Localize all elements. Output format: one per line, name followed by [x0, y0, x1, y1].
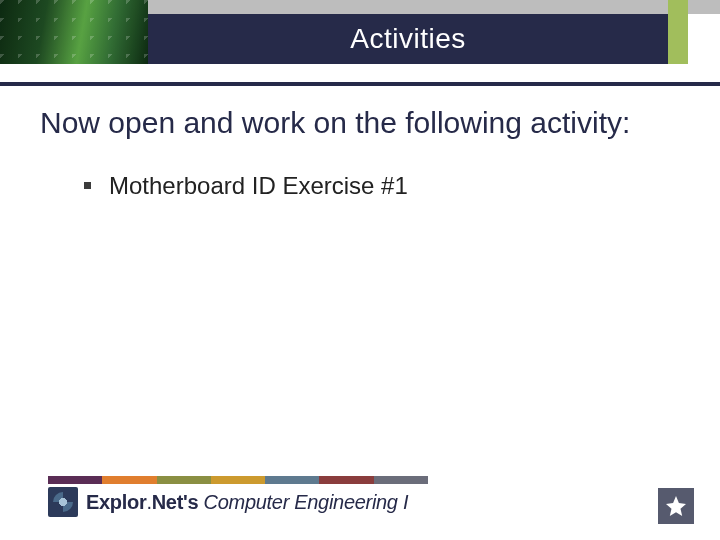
brand-net: Net's: [152, 491, 204, 513]
bullet-text: Motherboard ID Exercise #1: [109, 170, 408, 201]
header-decorative-image: [0, 0, 148, 64]
bullet-list: Motherboard ID Exercise #1: [40, 170, 680, 201]
bullet-icon: [84, 182, 91, 189]
brand-prefix: Explor: [86, 491, 146, 513]
slide-header: Activities: [0, 0, 720, 64]
slide-title: Activities: [350, 23, 465, 55]
slide-content: Now open and work on the following activ…: [40, 104, 680, 201]
brand-text: Explor.Net's Computer Engineering I: [86, 491, 408, 514]
header-right-fill: [688, 14, 720, 64]
star-icon: [664, 494, 688, 518]
list-item: Motherboard ID Exercise #1: [84, 170, 680, 201]
footer-color-stripe: [48, 476, 428, 484]
footer-brand: Explor.Net's Computer Engineering I: [48, 487, 672, 517]
header-title-box: Activities: [148, 14, 668, 64]
slide-footer: Explor.Net's Computer Engineering I: [48, 476, 672, 522]
intro-text: Now open and work on the following activ…: [40, 104, 680, 142]
header-underline: [0, 82, 720, 86]
brand-course: Computer Engineering I: [204, 491, 409, 513]
star-badge: [658, 488, 694, 524]
header-accent-bar: [668, 0, 688, 64]
brand-logo-icon: [48, 487, 78, 517]
